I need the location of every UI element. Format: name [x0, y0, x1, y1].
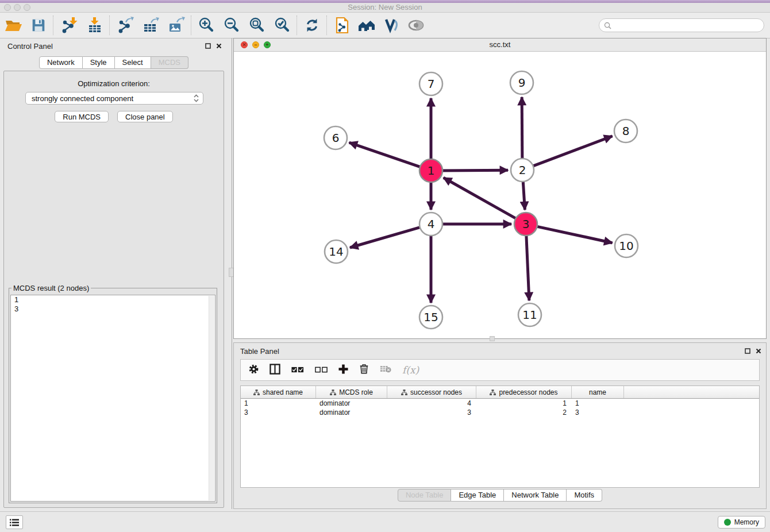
table-cell[interactable]: 4: [387, 399, 476, 408]
graph-node-8[interactable]: 8: [614, 119, 637, 142]
create-column-plus-icon[interactable]: [338, 364, 348, 376]
graph-node-7[interactable]: 7: [419, 72, 442, 95]
graph-node-15[interactable]: 15: [419, 306, 442, 329]
memory-status-dot: [724, 519, 731, 526]
run-mcds-button[interactable]: Run MCDS: [55, 111, 109, 122]
column-header-label: name: [589, 388, 606, 396]
zoom-in-icon[interactable]: [196, 15, 217, 36]
table-cell[interactable]: 2: [476, 408, 572, 417]
refresh-icon[interactable]: [302, 15, 322, 36]
column-header-name[interactable]: name: [572, 386, 624, 398]
column-header-shared-name[interactable]: shared name: [241, 386, 316, 398]
tab-select[interactable]: Select: [115, 56, 151, 69]
network-window-titlebar[interactable]: ✕ − + scc.txt: [234, 38, 766, 52]
close-panel-icon[interactable]: [215, 42, 223, 50]
table-settings-gear-icon[interactable]: [249, 364, 259, 376]
node-label: 10: [619, 239, 633, 253]
search-input[interactable]: [614, 21, 759, 30]
network-graph[interactable]: 7968124314101511: [234, 52, 766, 338]
select-all-columns-icon[interactable]: [291, 365, 304, 375]
function-builder-icon-disabled: f(x): [402, 364, 419, 376]
new-network-from-selection-icon[interactable]: [332, 15, 352, 36]
import-network-icon[interactable]: [58, 15, 79, 36]
column-header-predecessor-nodes[interactable]: predecessor nodes: [476, 386, 572, 398]
tab-network-table[interactable]: Network Table: [504, 489, 567, 502]
node-label: 7: [428, 77, 435, 91]
graph-edge-2-9[interactable]: [522, 97, 522, 160]
graph-edge-3-1[interactable]: [444, 178, 517, 219]
column-header-successor-nodes[interactable]: successor nodes: [387, 386, 476, 398]
import-table-icon[interactable]: [84, 15, 105, 36]
table-cell[interactable]: 1: [476, 399, 572, 408]
graph-node-9[interactable]: 9: [510, 71, 533, 94]
graph-edge-3-10[interactable]: [536, 226, 613, 243]
graph-edge-1-6[interactable]: [349, 142, 421, 167]
show-graphics-details-eye-icon[interactable]: [406, 15, 426, 36]
vizmapper-icon[interactable]: [381, 15, 402, 36]
column-header-MCDS-role[interactable]: MCDS role: [316, 386, 387, 398]
export-network-icon[interactable]: [114, 15, 135, 36]
open-file-icon[interactable]: [3, 15, 24, 36]
tab-mcds[interactable]: MCDS: [151, 56, 188, 69]
criterion-select[interactable]: strongly connected component: [25, 92, 203, 105]
close-table-panel-icon[interactable]: [754, 347, 763, 355]
graph-edge-2-3[interactable]: [523, 180, 525, 210]
criterion-value: strongly connected component: [32, 94, 133, 103]
graph-node-2[interactable]: 2: [511, 159, 534, 182]
hierarchy-sort-icon: [253, 390, 260, 395]
zoom-out-icon[interactable]: [221, 15, 242, 36]
tab-network[interactable]: Network: [39, 56, 83, 69]
float-panel-icon[interactable]: [204, 42, 212, 50]
table-cell[interactable]: 3: [572, 408, 624, 417]
toolbar-separator: [326, 16, 328, 35]
horizontal-splitter-grip[interactable]: [490, 336, 495, 341]
table-cell[interactable]: dominator: [316, 408, 387, 417]
graph-edge-2-8[interactable]: [532, 136, 613, 167]
close-panel-button[interactable]: Close panel: [117, 111, 173, 122]
tab-style[interactable]: Style: [83, 56, 115, 69]
export-table-icon[interactable]: [140, 15, 161, 36]
table-cell[interactable]: dominator: [316, 399, 387, 408]
delete-column-trash-icon[interactable]: [359, 364, 369, 376]
table-cell[interactable]: 3: [387, 408, 476, 417]
tab-edge-table[interactable]: Edge Table: [451, 489, 504, 502]
first-neighbors-houses-icon[interactable]: [356, 15, 377, 36]
mcds-result-list[interactable]: 13: [10, 295, 215, 502]
table-row[interactable]: 3dominator323: [241, 408, 759, 417]
tab-node-table[interactable]: Node Table: [398, 489, 452, 502]
export-image-icon[interactable]: [166, 15, 187, 36]
unselect-all-columns-icon[interactable]: [315, 365, 328, 375]
float-table-panel-icon[interactable]: [744, 347, 752, 355]
mcds-panel: Optimization criterion: strongly connect…: [3, 71, 224, 508]
graph-edge-3-11[interactable]: [526, 234, 529, 300]
table-panel-tabs: Node TableEdge TableNetwork TableMotifs: [234, 489, 766, 502]
node-label: 4: [428, 217, 435, 231]
table-cell[interactable]: 1: [241, 399, 316, 408]
tab-motifs[interactable]: Motifs: [567, 489, 602, 502]
hierarchy-sort-icon: [401, 390, 407, 395]
select-chevrons-icon: [193, 94, 199, 102]
graph-node-14[interactable]: 14: [325, 240, 348, 263]
search-box[interactable]: [599, 18, 764, 32]
task-history-button[interactable]: [6, 515, 23, 529]
zoom-fit-icon[interactable]: [247, 15, 267, 36]
node-label: 6: [332, 131, 340, 145]
graph-node-3[interactable]: 3: [514, 213, 537, 236]
table-row[interactable]: 1dominator411: [241, 399, 759, 408]
graph-edge-4-14[interactable]: [350, 227, 421, 248]
zoom-selected-icon[interactable]: [272, 15, 292, 36]
memory-label: Memory: [734, 518, 759, 526]
table-cell[interactable]: 1: [572, 399, 624, 408]
split-table-view-icon[interactable]: [270, 364, 280, 377]
table-cell[interactable]: 3: [241, 408, 316, 417]
graph-node-10[interactable]: 10: [615, 234, 638, 257]
graph-edge-1-2[interactable]: [441, 170, 508, 171]
optimization-criterion-label: Optimization criterion:: [4, 79, 224, 88]
save-session-icon[interactable]: [28, 15, 49, 36]
result-scrollbar[interactable]: [209, 296, 214, 500]
memory-button[interactable]: Memory: [718, 516, 765, 529]
graph-node-4[interactable]: 4: [419, 213, 442, 236]
graph-node-11[interactable]: 11: [518, 303, 541, 326]
graph-node-6[interactable]: 6: [324, 126, 347, 149]
graph-node-1[interactable]: 1: [419, 159, 442, 182]
